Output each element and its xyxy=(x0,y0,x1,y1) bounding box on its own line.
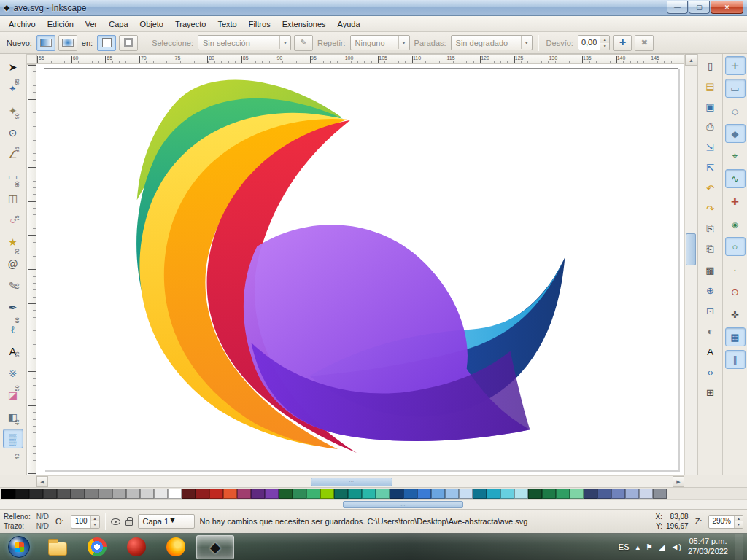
snap-grid[interactable]: ▦ xyxy=(725,327,746,346)
palette-swatch[interactable] xyxy=(154,489,168,499)
palette-swatch[interactable] xyxy=(542,489,556,499)
palette-swatch[interactable] xyxy=(223,489,237,499)
cmd-zoom-drawing[interactable]: ⊕ xyxy=(700,281,721,300)
action-center-icon[interactable]: ⚑ xyxy=(646,542,653,552)
fill-value[interactable]: N/D xyxy=(36,512,49,522)
menu-archivo[interactable]: Archivo xyxy=(3,18,42,31)
vertical-scroll-thumb[interactable] xyxy=(686,233,696,265)
cmd-copy[interactable]: ⎘ xyxy=(700,219,721,238)
palette-swatch[interactable] xyxy=(639,489,653,499)
taskbar-redapp[interactable] xyxy=(117,535,155,559)
snap-midpoints[interactable]: · xyxy=(725,260,746,279)
palette-swatch[interactable] xyxy=(556,489,570,499)
horizontal-ruler[interactable]: 5560657075808590951001051101151201251301… xyxy=(36,54,684,64)
menu-filtros[interactable]: Filtros xyxy=(243,18,276,31)
show-desktop-button[interactable] xyxy=(735,534,743,560)
cmd-text-dialog[interactable]: A xyxy=(700,342,721,361)
palette-swatch[interactable] xyxy=(265,489,279,499)
palette-swatch[interactable] xyxy=(528,489,542,499)
palette-swatch[interactable] xyxy=(293,489,306,499)
cmd-new-document[interactable]: ▯ xyxy=(700,56,721,75)
volume-icon[interactable]: ◄) xyxy=(670,542,681,552)
palette-swatch[interactable] xyxy=(182,489,196,499)
cmd-export[interactable]: ⇱ xyxy=(700,158,721,177)
radial-gradient-button[interactable] xyxy=(58,35,77,51)
palette-swatch[interactable] xyxy=(320,489,334,499)
palette-swatch[interactable] xyxy=(85,489,98,499)
cmd-xml-editor[interactable]: ‹› xyxy=(700,362,721,381)
layer-visibility-icon[interactable] xyxy=(111,518,120,525)
cmd-zoom-page[interactable]: ⊡ xyxy=(700,301,721,320)
opacity-spinner[interactable]: 100 ▲▼ xyxy=(71,515,100,529)
horizontal-scrollbar[interactable]: ◀ ⋯ ▶ xyxy=(36,475,684,487)
cmd-save[interactable]: ▣ xyxy=(700,97,721,116)
palette-swatch[interactable] xyxy=(376,489,390,499)
palette-swatch[interactable] xyxy=(487,489,500,499)
taskbar-chrome[interactable] xyxy=(78,535,116,559)
palette-swatch[interactable] xyxy=(431,489,445,499)
palette-swatch[interactable] xyxy=(15,489,29,499)
layer-dropdown[interactable]: Capa 1 ▼ xyxy=(138,514,195,529)
hidden-icons-icon[interactable]: ▴ xyxy=(636,542,640,552)
scroll-right-icon[interactable]: ▶ xyxy=(673,476,684,487)
delete-stop-button[interactable]: ✖ xyxy=(635,35,654,51)
close-button[interactable]: ✕ xyxy=(711,1,743,14)
palette-swatch[interactable] xyxy=(514,489,528,499)
maximize-button[interactable]: ▢ xyxy=(689,1,710,14)
cmd-import[interactable]: ⇲ xyxy=(700,138,721,157)
palette-swatch[interactable] xyxy=(597,489,611,499)
menu-texto[interactable]: Texto xyxy=(212,18,242,31)
snap-guides[interactable]: ∥ xyxy=(725,350,746,369)
tool-3dbox[interactable]: ◫ xyxy=(3,188,23,208)
stops-dropdown[interactable]: Sin degradado ▼ xyxy=(451,35,533,50)
palette-swatch[interactable] xyxy=(570,489,584,499)
palette-swatch[interactable] xyxy=(306,489,320,499)
snap-cusp-nodes[interactable]: ◈ xyxy=(725,214,746,233)
spin-up-icon[interactable]: ▲ xyxy=(735,516,743,522)
horizontal-scroll-thumb[interactable]: ⋯ xyxy=(311,478,392,486)
snap-bbox-edges[interactable]: ◇ xyxy=(725,101,746,120)
palette-swatch[interactable] xyxy=(251,489,265,499)
menu-capa[interactable]: Capa xyxy=(103,18,133,31)
palette-swatch[interactable] xyxy=(625,489,639,499)
cmd-undo[interactable]: ↶ xyxy=(700,179,721,198)
snap-smooth-nodes[interactable]: ○ xyxy=(725,237,746,256)
palette-swatch[interactable] xyxy=(362,489,376,499)
clock[interactable]: 05:47 p.m. 27/03/2022 xyxy=(688,537,728,557)
menu-trayecto[interactable]: Trayecto xyxy=(169,18,212,31)
zoom-spinner[interactable]: 290% ▲▼ xyxy=(708,515,743,529)
snap-nodes[interactable]: ⌖ xyxy=(725,147,746,166)
spin-down-icon[interactable]: ▼ xyxy=(600,43,609,50)
palette-swatch[interactable] xyxy=(611,489,625,499)
palette-swatch[interactable] xyxy=(209,489,223,499)
palette-swatch[interactable] xyxy=(473,489,487,499)
tool-pen[interactable]: ✒ xyxy=(3,298,23,317)
stroke-target-button[interactable] xyxy=(119,35,138,51)
edit-gradient-button[interactable]: ✎ xyxy=(294,35,313,51)
linear-gradient-button[interactable] xyxy=(36,35,55,51)
spin-down-icon[interactable]: ▼ xyxy=(735,521,743,528)
scroll-left-icon[interactable]: ◀ xyxy=(36,476,48,487)
stroke-value[interactable]: N/D xyxy=(36,521,49,532)
palette-swatch[interactable] xyxy=(459,489,473,499)
palette-swatch[interactable] xyxy=(348,489,362,499)
tool-zoom[interactable]: ⊙ xyxy=(3,122,23,142)
vertical-scrollbar[interactable]: ▲ xyxy=(684,54,697,475)
gradient-select-dropdown[interactable]: Sin selección ▼ xyxy=(198,35,291,50)
offset-spinner[interactable]: 0,00 ▲▼ xyxy=(578,35,610,50)
spin-up-icon[interactable]: ▲ xyxy=(91,516,99,522)
layer-lock-icon[interactable] xyxy=(125,520,133,526)
tool-spray[interactable]: ※ xyxy=(3,363,23,383)
cmd-duplicate[interactable]: ▩ xyxy=(700,260,721,279)
palette-scrollbar[interactable]: ⋯ xyxy=(0,499,747,509)
palette-swatch[interactable] xyxy=(29,489,43,499)
palette-swatch[interactable] xyxy=(43,489,57,499)
tool-spiral[interactable]: @ xyxy=(3,254,23,273)
start-button[interactable] xyxy=(0,534,38,560)
palette-swatch[interactable] xyxy=(584,489,597,499)
cmd-paste[interactable]: ⎗ xyxy=(700,240,721,259)
menu-edicion[interactable]: Edición xyxy=(42,18,80,31)
palette-swatch[interactable] xyxy=(445,489,459,499)
cmd-redo[interactable]: ↷ xyxy=(700,199,721,218)
menu-ayuda[interactable]: Ayuda xyxy=(332,18,366,31)
